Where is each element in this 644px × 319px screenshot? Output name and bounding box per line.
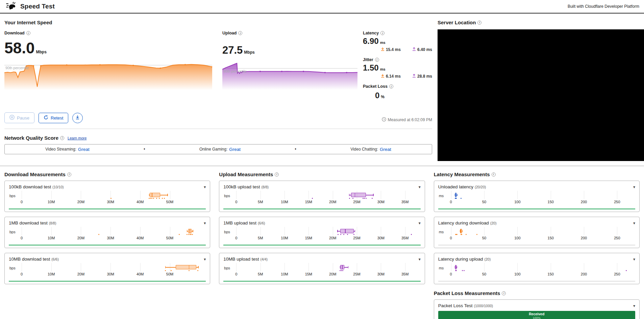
axis-tick-label: 35M [401,272,408,276]
axis-tick [261,227,261,235]
whisker-cap [457,266,457,268]
quality-score: Great [78,147,90,152]
export-results-button[interactable] [72,113,83,123]
caret-down-icon[interactable]: ▾ [204,185,206,189]
info-icon[interactable] [26,31,30,35]
axis-tick [308,227,309,235]
caret-down-icon[interactable]: ▾ [633,185,635,189]
axis-tick [333,191,333,199]
card-status-line [9,209,206,209]
data-point [164,198,165,199]
axis-tick-label: 0 [235,200,237,204]
box [176,265,196,269]
axis-tick-label: 250 [614,200,620,204]
data-point [191,234,192,235]
packet-loss-label: Packet Loss [363,84,388,89]
caret-down-icon[interactable]: ▾ [419,221,421,225]
measurement-card: 1MB download test(8/8)▾bps010M20M30M40M5… [4,217,210,248]
caret-down-icon[interactable]: ▾ [633,221,635,225]
caret-down-icon[interactable]: ▾ [419,185,421,189]
info-icon[interactable] [60,136,64,140]
card-test-count: (20) [490,221,497,225]
axis-tick-label: 0 [21,200,23,204]
quality-score: Great [229,147,241,152]
server-location-map[interactable] [438,29,644,161]
card-status-line [223,245,420,245]
axis-tick-label: 50M [166,236,173,240]
axis-tick [484,263,485,271]
info-icon[interactable] [502,291,506,295]
axis-tick [451,191,451,199]
axis-tick-label: 40M [137,272,144,276]
axis-tick-label: 5M [258,272,263,276]
axis-tick-label: 10M [281,200,288,204]
axis-tick [236,227,237,235]
card-test-count: (6/6) [258,221,265,225]
card-status-line [223,281,420,282]
data-point [464,270,465,271]
axis-tick-label: 0 [450,272,452,276]
axis-tick-label: 30M [107,236,114,240]
axis-tick-label: 0 [450,200,452,204]
learn-more-link[interactable]: Learn more [68,136,86,140]
pause-button-label: Pause [17,115,29,121]
whisker-low [165,267,176,268]
caret-down-icon[interactable]: ▾ [204,221,206,225]
axis-unit-label: bps [224,266,230,270]
axis-tick-label: 10M [48,236,55,240]
measured-at-text: Measured at 6:02:09 PM [388,117,432,122]
pause-button[interactable]: Pause [4,112,34,123]
retest-button[interactable]: Retest [39,113,69,123]
axis-tick-label: 15M [305,272,312,276]
axis-tick-label: 10M [281,236,288,240]
data-point [363,198,364,199]
info-icon[interactable] [477,21,481,25]
data-point [411,234,412,235]
card-status-line [9,245,206,245]
info-icon[interactable] [238,31,242,35]
axis-tick-label: 40M [137,236,144,240]
caret-down-icon[interactable]: ▾ [204,257,206,261]
box [150,193,160,197]
data-point [156,198,157,199]
axis-tick [81,263,81,271]
upload-direction-icon [412,47,416,52]
retest-icon [44,115,48,121]
axis-tick-label: 50 [482,200,486,204]
whisker-cap [348,266,349,268]
caret-down-icon[interactable]: ▾ [633,304,635,308]
axis-tick [140,191,141,199]
download-spark-chart: 90th percentile [4,60,212,91]
axis-tick [261,263,261,271]
card-status-line [438,245,635,245]
axis-tick-label: 10M [48,272,55,276]
data-point [626,270,627,271]
axis-tick-label: 250 [614,236,620,240]
card-test-count: (10/10) [52,185,64,189]
info-icon[interactable] [375,58,379,62]
packet-loss-card: Packet Loss Test(1000/1000)▾Received100% [434,299,640,319]
card-title: Latency during upload [438,257,483,262]
axis-tick-label: 200 [581,236,587,240]
info-icon[interactable] [389,84,393,88]
info-icon[interactable] [275,172,279,177]
info-icon[interactable] [492,172,496,177]
axis-tick-label: 35M [401,236,408,240]
data-point [476,234,477,235]
whisker-cap [462,230,463,232]
axis-tick-label: 250 [614,272,620,276]
data-point [340,234,341,235]
packet-loss-unit: % [381,95,385,99]
info-icon[interactable] [67,172,71,177]
axis-tick-label: 100 [514,272,520,276]
axis-tick-label: 150 [548,200,554,204]
upload-gauge: Upload 27.5Mbps 90th percentile [222,31,357,106]
received-label: Received [529,312,544,316]
axis-tick [405,227,405,235]
axis-tick-label: 30M [377,200,385,204]
axis-tick-label: 0 [21,236,23,240]
caret-down-icon[interactable]: ▾ [419,257,421,261]
metrics-column: Latency 6.90ms 15.4 ms 6.40 ms Jitter [363,31,432,106]
caret-down-icon[interactable]: ▾ [633,257,635,261]
info-icon[interactable] [380,31,385,35]
